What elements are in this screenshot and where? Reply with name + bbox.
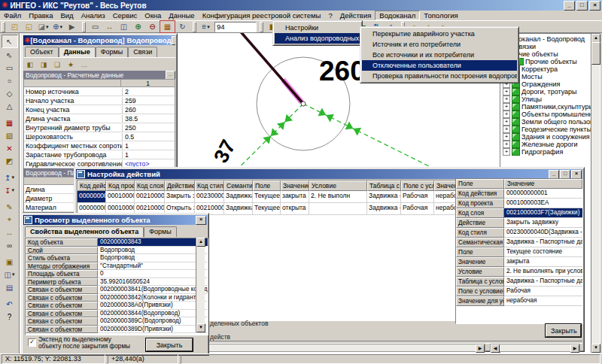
column-header[interactable]: Код стиля [195,180,224,191]
sum-icon[interactable]: … [78,59,91,70]
maximize-button[interactable]: □ [560,170,570,179]
open-folder-icon[interactable]: ◰ [8,21,22,32]
menu-item[interactable]: Водоканал [375,11,420,20]
zoom-in-icon[interactable]: ⊕ [131,21,145,32]
table-row[interactable]: Стиль объектаВодопровод [26,254,208,262]
object-panel-title-bar[interactable]: ✳ [Водоканал - Водопровод] Водопровод _ … [23,35,175,45]
window-list-icon[interactable]: ◫▾ [2,268,17,281]
menu-item[interactable]: Сервис [109,11,141,20]
column-header[interactable]: Поле [253,180,281,191]
table-row[interactable]: Конец участка260 [24,105,175,114]
table-cell[interactable]: 0001000003EA [106,191,135,203]
column-header[interactable]: Значение [281,180,309,191]
table-row[interactable]: СлойВодопровод [26,247,208,255]
table-cell[interactable]: открыта [281,203,309,215]
minimize-button[interactable]: _ [172,36,175,45]
view-close-button[interactable]: Закрыть [146,338,193,351]
table-cell[interactable]: Рабочая [401,191,434,203]
tree-item[interactable]: +Здания и сооружения [500,133,591,141]
pointer-tool-icon[interactable]: ▶ [65,21,79,32]
tree-item[interactable]: +Железные дороги [500,141,591,148]
layer-down-icon[interactable]: ↧▾ [2,184,17,196]
submenu-item[interactable]: Перекрытие аварийного участка [362,29,517,39]
select-polygon-icon[interactable]: ◇ [2,87,17,99]
help-cursor-icon[interactable]: ? [2,311,17,323]
table-row[interactable]: Связан с объектом00200000389D(Привязки) [26,326,208,334]
table-cell[interactable] [309,203,367,215]
section-menu-button[interactable]: … [166,71,175,79]
expand-icon[interactable]: + [503,126,510,133]
table-row[interactable]: Поле с условиемРабочая [456,287,582,296]
snap-node-icon[interactable]: ⌖ [2,214,17,226]
menu-item[interactable]: Конфигурация реестровой системы [199,11,325,20]
table-cell[interactable]: Текущее сос [253,191,281,203]
table-cell[interactable]: Задвижка - Г [224,203,253,215]
binoculars-icon[interactable]: ∞ [2,239,17,251]
map-node-point[interactable] [301,102,306,106]
maximize-button[interactable]: □ [576,1,588,11]
menu-item[interactable]: Файл [0,11,25,20]
table-row[interactable]: Условие2. Не выполнять при условии, что [456,267,582,277]
tab-item[interactable]: Формы [144,226,177,237]
table-row[interactable]: ПолеТекущее состояние [456,247,582,257]
tab-item[interactable]: Объект [25,47,59,57]
marks-invert-icon[interactable]: ◩ [2,155,17,167]
column-header[interactable]: Таблица с ус [367,180,401,191]
key-field-icon[interactable]: ★ [64,59,78,70]
close-icon[interactable]: × [196,216,206,225]
table-row[interactable]: ДействиеЗакрыть задвижку [456,218,582,228]
scroll-up-icon[interactable]: ▲ [196,238,205,247]
table-cell[interactable]: 0021000003F7 [135,191,165,203]
table-cell[interactable]: Текущее сос [253,203,281,215]
table-row[interactable]: Внутренний диаметр трубы250 [24,123,175,132]
expand-icon[interactable]: + [503,148,510,156]
tab-active[interactable]: Данные [59,47,96,57]
select-cut-icon[interactable]: △ [2,100,17,112]
table-row[interactable]: Код проекта0001000003EA [456,199,582,208]
table-cell[interactable]: Задвижка - Г [367,191,401,203]
column-header[interactable]: Семантическ [224,180,253,191]
detail-close-button[interactable]: Закрыть [546,324,581,337]
tree-scrollbar[interactable]: ▲ ▼ [591,34,600,353]
scale-input[interactable] [214,22,257,32]
submenu-item[interactable]: Источник и его потребители [362,39,517,50]
table-row[interactable]: Код действия000000000001 [456,189,582,199]
table-row[interactable]: Связан с объектом002000003842(Колонки и … [26,294,208,302]
menu-item[interactable]: Вид [56,11,77,20]
table-row[interactable]: Площадь объекта0 [26,270,208,278]
table-cell[interactable]: 000000000001 [78,191,106,203]
zoom-window-icon[interactable]: ◫ [117,21,131,32]
tree-item[interactable]: +Памятники,скульптуры,фонта [500,103,591,111]
scroll-right-icon[interactable]: ▶ [570,344,579,353]
menu-item[interactable]: Данные [165,11,198,20]
close-button[interactable]: × [589,1,600,11]
menu-item[interactable]: Правка [25,11,56,20]
tab-item[interactable]: Формы [96,47,129,57]
table-row[interactable]: Методы отображения"Стандартный" [26,262,208,271]
record-next-icon[interactable]: ◨ [37,59,50,70]
tree-item[interactable]: +Дороги, тротуары [500,88,591,96]
marks-edit-icon[interactable]: ▧ [2,129,17,141]
tree-item[interactable]: +Улицы [500,96,591,103]
tree-item[interactable]: +Геодезические пункты [500,126,591,133]
move-node-icon[interactable]: ↔ [2,226,17,238]
eraser-icon[interactable]: ◪▾ [36,21,50,32]
extend-checkbox[interactable]: ✓ [28,338,36,347]
table-row[interactable]: Значениезакрыта [456,257,582,267]
expand-icon[interactable]: + [503,141,510,148]
close-button[interactable]: × [571,170,582,179]
expand-icon[interactable]: + [503,118,510,126]
submenu-item[interactable]: Все источники и их потребители [362,50,517,60]
menu-item[interactable]: Анализ [78,11,109,20]
tab-active[interactable]: Свойства выделенного объекта [25,226,144,237]
menu-item[interactable]: Топология [420,11,461,20]
expand-icon[interactable]: + [503,88,510,96]
select-add-icon[interactable]: ⇖ [2,49,17,61]
scroll-down-icon[interactable]: ▼ [591,344,600,353]
expand-icon[interactable]: + [503,111,510,118]
zoom-tool-icon[interactable]: ⊕▾ [50,21,65,32]
column-header[interactable]: Поле с усло [401,180,434,191]
undo-icon[interactable]: ↶ [2,298,17,310]
submenu-item[interactable]: Отключенные пользователи [362,60,517,71]
expand-icon[interactable]: + [503,133,510,141]
